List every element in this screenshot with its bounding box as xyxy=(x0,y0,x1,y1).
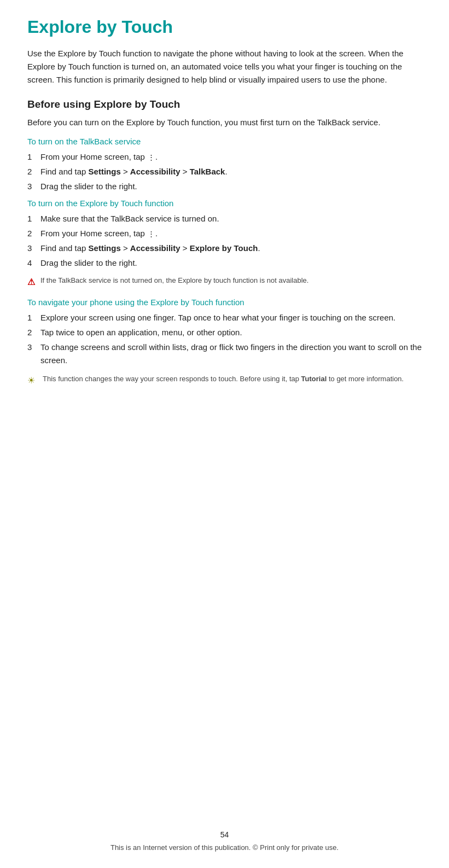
navigate-step-3: 3 To change screens and scroll within li… xyxy=(27,341,422,367)
note-exclamation-text: If the TalkBack service is not turned on… xyxy=(40,275,308,286)
page-number: 54 xyxy=(0,830,449,839)
navigate-steps-list: 1 Explore your screen using one finger. … xyxy=(27,311,422,367)
footer-text: This is an Internet version of this publ… xyxy=(0,843,449,852)
talkback-steps-list: 1 From your Home screen, tap ⋮. 2 Find a… xyxy=(27,150,422,193)
navigate-title: To navigate your phone using the Explore… xyxy=(27,298,422,307)
explore-touch-step-4: 4 Drag the slider to the right. xyxy=(27,257,422,270)
talkback-step-2: 2 Find and tap Settings > Accessibility … xyxy=(27,165,422,178)
navigate-step-1: 1 Explore your screen using one finger. … xyxy=(27,311,422,324)
navigate-step-2: 2 Tap twice to open an application, menu… xyxy=(27,326,422,339)
note-exclamation: ⚠ If the TalkBack service is not turned … xyxy=(27,275,422,289)
tip-icon: ☀ xyxy=(27,374,43,387)
before-section-subtext: Before you can turn on the Explore by To… xyxy=(27,116,422,129)
talkback-title: To turn on the TalkBack service xyxy=(27,137,422,146)
explore-touch-steps-list: 1 Make sure that the TalkBack service is… xyxy=(27,212,422,270)
before-section-heading: Before using Explore by Touch xyxy=(27,98,422,110)
tip-text: This function changes the way your scree… xyxy=(43,374,404,385)
note-tip: ☀ This function changes the way your scr… xyxy=(27,374,422,387)
explore-touch-step-2: 2 From your Home screen, tap ⋮. xyxy=(27,227,422,240)
grid-icon-1: ⋮ xyxy=(148,152,155,164)
exclamation-icon: ⚠ xyxy=(27,276,40,289)
explore-touch-step-3: 3 Find and tap Settings > Accessibility … xyxy=(27,242,422,255)
explore-touch-step-1: 1 Make sure that the TalkBack service is… xyxy=(27,212,422,225)
explore-touch-title: To turn on the Explore by Touch function xyxy=(27,199,422,208)
talkback-step-1: 1 From your Home screen, tap ⋮. xyxy=(27,150,422,164)
grid-icon-2: ⋮ xyxy=(148,229,155,240)
page-footer: 54 This is an Internet version of this p… xyxy=(0,830,449,852)
talkback-step-3: 3 Drag the slider to the right. xyxy=(27,180,422,193)
page-title: Explore by Touch xyxy=(27,16,422,37)
intro-paragraph: Use the Explore by Touch function to nav… xyxy=(27,47,422,86)
